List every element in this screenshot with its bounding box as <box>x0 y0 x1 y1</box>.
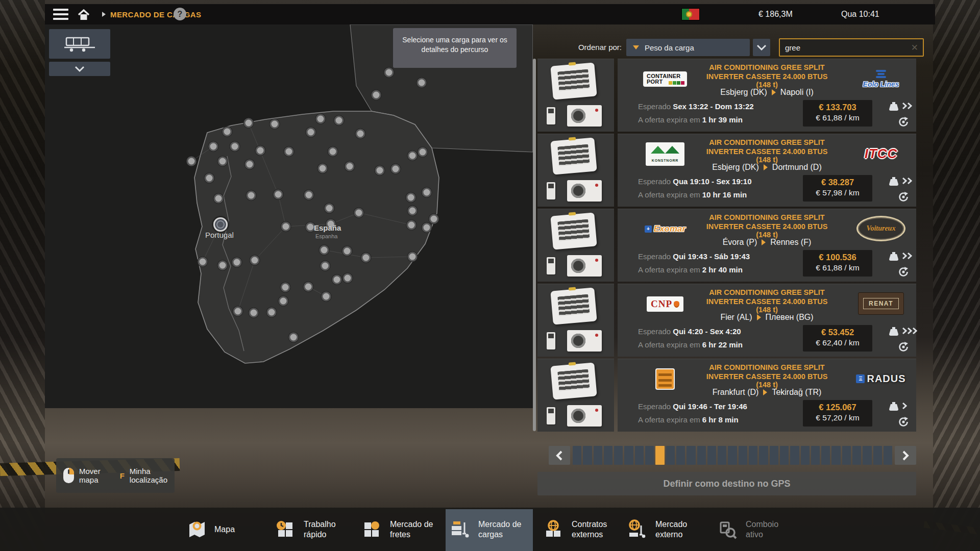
tab-map[interactable]: Mapa <box>185 508 235 551</box>
city-dot[interactable] <box>218 261 228 270</box>
page-segment[interactable] <box>770 446 778 465</box>
city-dot[interactable] <box>304 190 314 200</box>
tab-cargo-market[interactable]: Mercado decargas <box>449 508 522 551</box>
page-segment[interactable] <box>842 446 851 465</box>
city-dot[interactable] <box>281 283 290 292</box>
city-dot[interactable] <box>230 142 240 152</box>
city-dot[interactable] <box>244 118 254 128</box>
city-dot[interactable] <box>422 188 432 197</box>
city-dot[interactable] <box>247 191 256 201</box>
tab-active-convoy[interactable]: Comboioativo <box>717 508 778 551</box>
city-dot[interactable] <box>306 128 316 137</box>
cargo-offer-row[interactable]: +Exomar Voitureux AIR CONDITIONING GREE … <box>537 209 916 281</box>
page-segment[interactable] <box>831 446 840 465</box>
city-dot[interactable] <box>334 116 344 126</box>
tab-external-contracts[interactable]: Contratosexternos <box>543 508 607 551</box>
city-dot[interactable] <box>318 164 328 173</box>
city-dot[interactable] <box>270 119 280 129</box>
city-dot[interactable] <box>232 258 242 267</box>
page-segment[interactable] <box>697 446 706 465</box>
cargo-offer-row[interactable]: CNP RENAT AIR CONDITIONING GREE SPLIT IN… <box>537 284 916 356</box>
city-dot[interactable] <box>320 245 329 255</box>
city-dot[interactable] <box>198 257 208 267</box>
previous-page-button[interactable] <box>549 446 570 465</box>
page-segment[interactable] <box>707 446 716 465</box>
city-dot[interactable] <box>304 282 313 292</box>
city-dot[interactable] <box>328 147 338 157</box>
sort-dropdown[interactable]: Peso da carga <box>626 39 750 56</box>
page-segment[interactable] <box>687 446 695 465</box>
city-dot[interactable] <box>408 151 418 161</box>
search-input[interactable] <box>780 43 911 52</box>
city-dot[interactable] <box>233 307 243 316</box>
city-dot[interactable] <box>279 296 288 306</box>
city-dot[interactable] <box>361 253 371 263</box>
page-segment[interactable] <box>873 446 882 465</box>
page-segment[interactable] <box>759 446 768 465</box>
city-dot[interactable] <box>205 173 214 183</box>
page-segment[interactable] <box>811 446 820 465</box>
page-segment[interactable] <box>645 446 654 465</box>
city-dot[interactable] <box>223 127 232 137</box>
city-dot[interactable] <box>209 142 218 152</box>
page-segment[interactable] <box>728 446 737 465</box>
page-segment[interactable] <box>884 446 892 465</box>
page-segment[interactable] <box>594 446 602 465</box>
city-dot[interactable] <box>281 222 291 232</box>
page-segment[interactable] <box>635 446 644 465</box>
city-dot[interactable] <box>325 204 334 213</box>
page-segment[interactable] <box>852 446 861 465</box>
sort-dropdown-expand-button[interactable] <box>753 39 770 56</box>
city-dot[interactable] <box>375 166 385 176</box>
page-segment[interactable] <box>718 446 726 465</box>
trailer-selector-button[interactable] <box>49 29 110 59</box>
page-segment[interactable] <box>676 446 685 465</box>
city-dot[interactable] <box>187 157 197 166</box>
page-segment[interactable] <box>863 446 871 465</box>
city-dot[interactable] <box>418 147 428 157</box>
help-icon[interactable]: ? <box>174 8 186 20</box>
set-gps-destination-button[interactable]: Definir como destino no GPS <box>537 472 916 495</box>
city-dot[interactable] <box>345 162 355 171</box>
city-dot[interactable] <box>245 160 255 169</box>
city-dot[interactable] <box>256 146 265 156</box>
cargo-offer-row[interactable]: CONTAINER PORT Eolo Lines AIR CONDITIONI… <box>537 59 916 131</box>
page-segment[interactable] <box>801 446 810 465</box>
menu-icon[interactable] <box>53 9 68 20</box>
city-dot[interactable] <box>249 308 259 318</box>
tab-external-market[interactable]: Mercadoexterno <box>626 508 687 551</box>
page-segment[interactable] <box>790 446 799 465</box>
city-dot[interactable] <box>384 68 394 78</box>
page-segment[interactable] <box>780 446 789 465</box>
next-page-button[interactable] <box>895 446 916 465</box>
page-segment-active[interactable] <box>655 446 664 465</box>
home-icon[interactable] <box>77 8 91 23</box>
page-segment[interactable] <box>614 446 623 465</box>
city-dot[interactable] <box>429 214 439 224</box>
city-dot[interactable] <box>332 275 342 285</box>
collapse-panel-button[interactable] <box>49 62 110 76</box>
city-dot[interactable] <box>322 292 331 302</box>
city-dot[interactable] <box>408 252 418 262</box>
clear-search-icon[interactable]: ✕ <box>911 42 923 53</box>
city-dot[interactable] <box>408 206 418 216</box>
city-dot[interactable] <box>391 164 401 174</box>
page-segment[interactable] <box>604 446 612 465</box>
cargo-offer-row[interactable]: ΞRADUS AIR CONDITIONING GREE SPLIT INVER… <box>537 359 916 431</box>
route-map[interactable]: Portugal España Espanha Selecione uma ca… <box>45 24 533 408</box>
city-dot[interactable] <box>343 273 353 283</box>
page-segment[interactable] <box>749 446 757 465</box>
city-dot[interactable] <box>316 114 326 124</box>
page-segment[interactable] <box>821 446 830 465</box>
city-dot[interactable] <box>407 220 416 230</box>
city-dot[interactable] <box>289 333 299 342</box>
city-dot[interactable] <box>214 194 224 204</box>
city-dot[interactable] <box>372 90 381 100</box>
city-dot[interactable] <box>218 157 228 166</box>
city-dot[interactable] <box>267 308 277 317</box>
page-segment[interactable] <box>739 446 747 465</box>
city-dot[interactable] <box>250 256 260 265</box>
list-scrollbar[interactable] <box>533 59 536 431</box>
city-dot[interactable] <box>417 78 427 88</box>
tab-freight-market[interactable]: Mercado defretes <box>361 508 433 551</box>
